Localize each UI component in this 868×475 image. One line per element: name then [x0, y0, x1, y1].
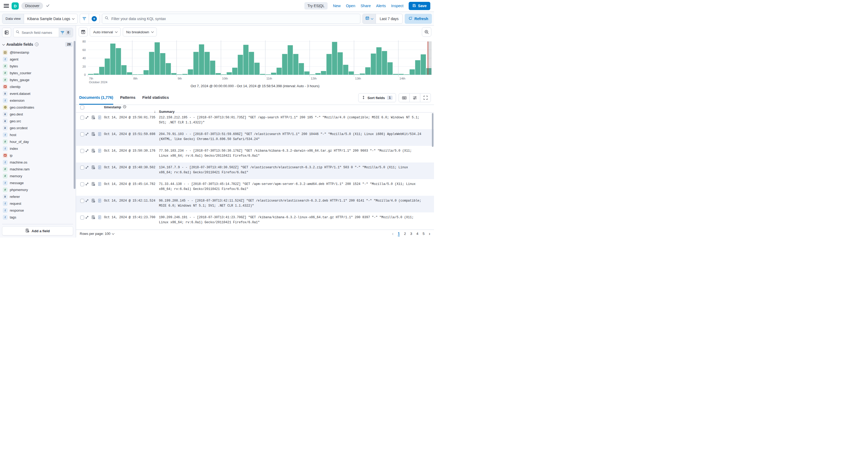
tab-patterns[interactable]: Patterns	[120, 91, 135, 105]
expand-row-icon[interactable]	[85, 182, 91, 186]
doc-icon[interactable]	[98, 182, 103, 186]
doc-add-icon[interactable]	[91, 199, 97, 203]
tab-field[interactable]: Field statistics	[142, 91, 169, 105]
doc-add-icon[interactable]	[91, 182, 97, 186]
header-link-new[interactable]: New	[333, 4, 341, 8]
field-item-host[interactable]: t host	[2, 131, 73, 138]
select-all-checkbox[interactable]	[80, 106, 84, 109]
page-button-3[interactable]: 3	[410, 232, 412, 236]
field-item-hour_of_day[interactable]: # hour_of_day	[2, 138, 73, 145]
row-checkbox[interactable]	[80, 132, 84, 136]
expand-row-icon[interactable]	[85, 215, 91, 219]
add-field-button[interactable]: Add a field	[2, 227, 73, 235]
field-item-phpmemory[interactable]: # phpmemory	[2, 186, 73, 193]
field-item-machine.ram[interactable]: # machine.ram	[2, 166, 73, 173]
field-item-ip[interactable]: IP ip	[2, 152, 73, 159]
field-item-bytes[interactable]: # bytes	[2, 63, 73, 69]
field-item-tags[interactable]: t tags	[2, 214, 73, 220]
interval-select[interactable]: Auto interval	[90, 27, 121, 36]
histogram-chart[interactable]: 0204060807th8th9th10th11th12th13th14thOc…	[76, 38, 434, 84]
row-checkbox[interactable]	[80, 182, 84, 186]
display-options-icon[interactable]	[409, 93, 420, 102]
data-view-picker[interactable]: Data view Kibana Sample Data Logs	[2, 14, 78, 24]
prev-page-button[interactable]: ‹	[392, 231, 394, 236]
help-icon[interactable]: ?	[35, 42, 38, 46]
doc-add-icon[interactable]	[91, 215, 97, 219]
breadcrumb-discover[interactable]: Discover	[21, 2, 43, 9]
time-range-value[interactable]: Last 7 days	[376, 14, 402, 24]
field-item-bytes_gauge[interactable]: # bytes_gauge	[2, 76, 73, 83]
field-item-response[interactable]: t response	[2, 207, 73, 214]
edit-visualization-button[interactable]	[422, 27, 431, 37]
refresh-button[interactable]: Refresh	[405, 14, 432, 24]
timestamp-column-header[interactable]: timestamp	[104, 105, 121, 109]
row-checkbox[interactable]	[80, 215, 84, 219]
collapse-sidebar-button[interactable]	[2, 28, 11, 37]
save-button[interactable]: Save	[409, 2, 430, 10]
field-filter-controls[interactable]: 0	[59, 28, 73, 37]
field-item-event.dataset[interactable]: k event.dataset	[2, 90, 73, 97]
breakdown-select[interactable]: No breakdown	[123, 27, 157, 36]
page-button-5[interactable]: 5	[423, 232, 425, 236]
add-filter-button[interactable]: +	[89, 14, 99, 24]
field-item-message[interactable]: t message	[2, 179, 73, 186]
date-quick-select[interactable]	[363, 14, 376, 24]
field-item-geo.dest[interactable]: k geo.dest	[2, 111, 73, 118]
doc-icon[interactable]	[98, 199, 103, 203]
expand-row-icon[interactable]	[85, 132, 91, 136]
kql-input[interactable]	[111, 17, 358, 21]
try-esql-button[interactable]: Try ES|QL	[304, 2, 328, 9]
header-link-open[interactable]: Open	[346, 4, 355, 8]
doc-icon[interactable]	[98, 115, 103, 119]
doc-add-icon[interactable]	[91, 115, 97, 119]
header-link-alerts[interactable]: Alerts	[376, 4, 386, 8]
next-page-button[interactable]: ›	[429, 231, 430, 236]
field-item-@timestamp[interactable]: @timestamp	[2, 49, 73, 56]
field-item-geo.coordinates[interactable]: geo.coordinates	[2, 104, 73, 111]
field-item-clientip[interactable]: IP clientip	[2, 83, 73, 90]
doc-icon[interactable]	[98, 215, 103, 219]
sidebar-scrollbar[interactable]	[74, 41, 75, 189]
tab-documents[interactable]: Documents (1,776)	[79, 91, 113, 105]
hide-chart-button[interactable]	[79, 27, 88, 36]
page-button-1[interactable]: 1	[398, 231, 400, 236]
expand-row-icon[interactable]	[85, 199, 91, 203]
field-item-extension[interactable]: t extension	[2, 97, 73, 104]
expand-row-icon[interactable]	[85, 149, 91, 153]
row-checkbox[interactable]	[80, 199, 84, 203]
field-search-input[interactable]	[21, 30, 59, 35]
expand-row-icon[interactable]	[85, 115, 91, 119]
add-filter-icon[interactable]	[80, 14, 89, 24]
doc-icon[interactable]	[98, 132, 103, 136]
row-checkbox[interactable]	[80, 149, 84, 153]
grid-scrollbar[interactable]	[432, 113, 433, 147]
fullscreen-icon[interactable]	[420, 93, 431, 102]
field-item-request[interactable]: t request	[2, 200, 73, 207]
page-button-2[interactable]: 2	[404, 232, 406, 236]
doc-add-icon[interactable]	[91, 132, 97, 136]
field-item-geo.src[interactable]: k geo.src	[2, 118, 73, 124]
doc-icon[interactable]	[98, 166, 103, 169]
page-button-4[interactable]: 4	[416, 232, 418, 236]
rows-per-page[interactable]: Rows per page: 100	[80, 232, 114, 236]
menu-icon[interactable]	[4, 4, 9, 8]
field-search[interactable]: 0	[13, 28, 73, 37]
row-checkbox[interactable]	[80, 166, 84, 170]
available-fields-header[interactable]: Available fields ? 28	[3, 42, 72, 47]
expand-row-icon[interactable]	[85, 166, 91, 169]
app-logo[interactable]: D	[11, 2, 19, 9]
sort-fields-button[interactable]: Sort fields 1	[358, 93, 396, 102]
header-link-inspect[interactable]: Inspect	[391, 4, 404, 8]
row-checkbox[interactable]	[80, 116, 84, 120]
field-item-index[interactable]: t index	[2, 145, 73, 152]
doc-add-icon[interactable]	[91, 149, 97, 153]
field-item-geo.srcdest[interactable]: k geo.srcdest	[2, 124, 73, 131]
doc-add-icon[interactable]	[91, 166, 97, 169]
field-item-referer[interactable]: k referer	[2, 193, 73, 200]
kql-search-bar[interactable]	[102, 14, 361, 24]
field-item-machine.os[interactable]: t machine.os	[2, 159, 73, 166]
field-item-memory[interactable]: # memory	[2, 173, 73, 179]
field-item-bytes_counter[interactable]: # bytes_counter	[2, 69, 73, 76]
header-link-share[interactable]: Share	[361, 4, 371, 8]
field-item-agent[interactable]: t agent	[2, 56, 73, 63]
